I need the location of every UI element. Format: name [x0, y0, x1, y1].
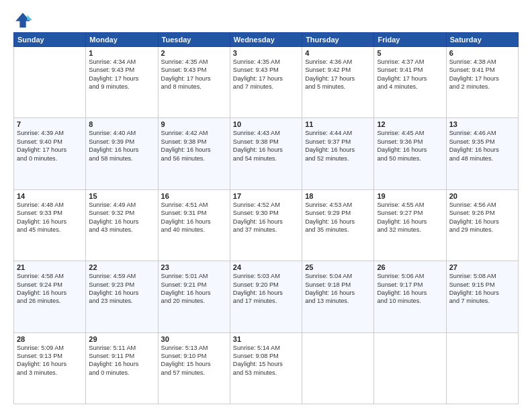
day-number: 25	[305, 263, 371, 271]
cell-content: Sunrise: 5:04 AMSunset: 9:18 PMDaylight:…	[305, 272, 371, 306]
cell-line: and 8 minutes.	[161, 83, 227, 91]
cell-line: and 32 minutes.	[377, 226, 443, 234]
cell-line: Daylight: 15 hours	[233, 360, 299, 368]
cell-line: Sunrise: 4:46 AM	[449, 129, 515, 137]
calendar-cell: 29Sunrise: 5:11 AMSunset: 9:11 PMDayligh…	[86, 332, 158, 404]
cell-line: and 9 minutes.	[89, 83, 154, 91]
day-number: 22	[89, 263, 154, 271]
day-number: 31	[233, 335, 299, 343]
cell-line: Sunrise: 5:13 AM	[161, 344, 227, 352]
cell-line: Sunset: 9:32 PM	[89, 209, 154, 217]
cell-line: Daylight: 16 hours	[305, 289, 371, 297]
day-number: 3	[233, 49, 299, 57]
cell-line: Sunrise: 5:11 AM	[89, 344, 154, 352]
cell-content: Sunrise: 4:58 AMSunset: 9:24 PMDaylight:…	[17, 272, 83, 306]
day-number: 24	[233, 263, 299, 271]
calendar-cell: 2Sunrise: 4:35 AMSunset: 9:43 PMDaylight…	[158, 47, 230, 118]
cell-line: Daylight: 16 hours	[377, 218, 443, 226]
cell-line: Daylight: 16 hours	[161, 289, 227, 297]
column-header-friday: Friday	[374, 33, 446, 47]
cell-content: Sunrise: 4:52 AMSunset: 9:30 PMDaylight:…	[233, 201, 299, 234]
cell-line: Sunrise: 4:59 AM	[89, 272, 154, 280]
cell-line: Daylight: 16 hours	[449, 218, 515, 226]
cell-line: Daylight: 16 hours	[377, 146, 443, 154]
calendar-cell: 10Sunrise: 4:43 AMSunset: 9:38 PMDayligh…	[230, 118, 302, 189]
cell-line: Sunset: 9:38 PM	[161, 138, 227, 146]
cell-line: and 56 minutes.	[161, 154, 227, 163]
day-number: 4	[305, 49, 371, 57]
cell-content: Sunrise: 4:53 AMSunset: 9:29 PMDaylight:…	[305, 201, 371, 234]
cell-line: Sunrise: 4:36 AM	[305, 58, 371, 66]
cell-content: Sunrise: 4:44 AMSunset: 9:37 PMDaylight:…	[305, 129, 371, 163]
calendar-cell: 20Sunrise: 4:56 AMSunset: 9:26 PMDayligh…	[446, 189, 518, 261]
day-number: 30	[161, 335, 227, 343]
day-number: 21	[17, 263, 83, 271]
cell-line: Daylight: 16 hours	[17, 218, 83, 226]
cell-content: Sunrise: 4:35 AMSunset: 9:43 PMDaylight:…	[161, 58, 227, 91]
cell-line: Daylight: 16 hours	[17, 289, 83, 297]
cell-line: Daylight: 17 hours	[17, 146, 83, 154]
cell-content: Sunrise: 5:06 AMSunset: 9:17 PMDaylight:…	[377, 272, 443, 306]
cell-content: Sunrise: 4:49 AMSunset: 9:32 PMDaylight:…	[89, 201, 154, 234]
calendar-cell: 19Sunrise: 4:55 AMSunset: 9:27 PMDayligh…	[374, 189, 446, 261]
cell-line: Daylight: 16 hours	[449, 146, 515, 154]
week-row-5: 28Sunrise: 5:09 AMSunset: 9:13 PMDayligh…	[14, 332, 519, 404]
cell-line: Sunset: 9:31 PM	[161, 209, 227, 217]
cell-line: Sunset: 9:43 PM	[233, 66, 299, 74]
week-row-3: 14Sunrise: 4:48 AMSunset: 9:33 PMDayligh…	[14, 189, 519, 261]
day-number: 17	[233, 192, 299, 200]
week-row-1: 1Sunrise: 4:34 AMSunset: 9:43 PMDaylight…	[14, 47, 519, 118]
cell-line: Daylight: 16 hours	[305, 218, 371, 226]
cell-line: Sunrise: 5:14 AM	[233, 344, 299, 352]
cell-line: and 23 minutes.	[89, 297, 154, 305]
page: SundayMondayTuesdayWednesdayThursdayFrid…	[0, 0, 532, 411]
cell-line: Sunrise: 4:35 AM	[233, 58, 299, 66]
cell-line: and 0 minutes.	[89, 369, 154, 377]
day-number: 13	[449, 120, 515, 128]
day-number: 28	[17, 335, 83, 343]
cell-line: Daylight: 17 hours	[161, 75, 227, 83]
cell-line: Sunrise: 4:39 AM	[17, 129, 83, 137]
column-header-monday: Monday	[86, 33, 158, 47]
cell-content: Sunrise: 4:40 AMSunset: 9:39 PMDaylight:…	[89, 129, 154, 163]
calendar-cell: 24Sunrise: 5:03 AMSunset: 9:20 PMDayligh…	[230, 261, 302, 332]
day-number: 15	[89, 192, 154, 200]
cell-line: Sunset: 9:27 PM	[377, 209, 443, 217]
calendar-cell: 13Sunrise: 4:46 AMSunset: 9:35 PMDayligh…	[446, 118, 518, 189]
cell-line: Daylight: 17 hours	[377, 75, 443, 83]
cell-line: Daylight: 16 hours	[89, 289, 154, 297]
cell-line: Sunrise: 4:48 AM	[17, 201, 83, 209]
calendar-cell: 9Sunrise: 4:42 AMSunset: 9:38 PMDaylight…	[158, 118, 230, 189]
column-header-saturday: Saturday	[446, 33, 518, 47]
calendar-cell: 11Sunrise: 4:44 AMSunset: 9:37 PMDayligh…	[302, 118, 374, 189]
cell-line: and 20 minutes.	[161, 297, 227, 305]
week-row-2: 7Sunrise: 4:39 AMSunset: 9:40 PMDaylight…	[14, 118, 519, 189]
cell-line: Sunset: 9:37 PM	[305, 138, 371, 146]
day-number: 8	[89, 120, 154, 128]
cell-line: and 54 minutes.	[233, 154, 299, 163]
cell-line: Sunset: 9:20 PM	[233, 281, 299, 289]
day-number: 29	[89, 335, 154, 343]
calendar-cell: 21Sunrise: 4:58 AMSunset: 9:24 PMDayligh…	[14, 261, 86, 332]
calendar-cell: 1Sunrise: 4:34 AMSunset: 9:43 PMDaylight…	[86, 47, 158, 118]
cell-line: Sunset: 9:35 PM	[449, 138, 515, 146]
cell-line: Sunrise: 4:52 AM	[233, 201, 299, 209]
cell-content: Sunrise: 4:43 AMSunset: 9:38 PMDaylight:…	[233, 129, 299, 163]
calendar-cell: 14Sunrise: 4:48 AMSunset: 9:33 PMDayligh…	[14, 189, 86, 261]
cell-line: Sunset: 9:13 PM	[17, 352, 83, 360]
day-number: 20	[449, 192, 515, 200]
cell-line: and 48 minutes.	[449, 154, 515, 163]
cell-line: Sunrise: 4:58 AM	[17, 272, 83, 280]
cell-line: and 50 minutes.	[377, 154, 443, 163]
day-number: 16	[161, 192, 227, 200]
cell-line: and 7 minutes.	[233, 83, 299, 91]
cell-line: Daylight: 16 hours	[233, 146, 299, 154]
cell-line: Sunset: 9:15 PM	[449, 281, 515, 289]
cell-line: and 10 minutes.	[377, 297, 443, 305]
cell-content: Sunrise: 4:51 AMSunset: 9:31 PMDaylight:…	[161, 201, 227, 234]
cell-line: Sunset: 9:38 PM	[233, 138, 299, 146]
cell-content: Sunrise: 5:01 AMSunset: 9:21 PMDaylight:…	[161, 272, 227, 306]
calendar-cell: 8Sunrise: 4:40 AMSunset: 9:39 PMDaylight…	[86, 118, 158, 189]
day-number: 11	[305, 120, 371, 128]
cell-line: Sunrise: 4:40 AM	[89, 129, 154, 137]
